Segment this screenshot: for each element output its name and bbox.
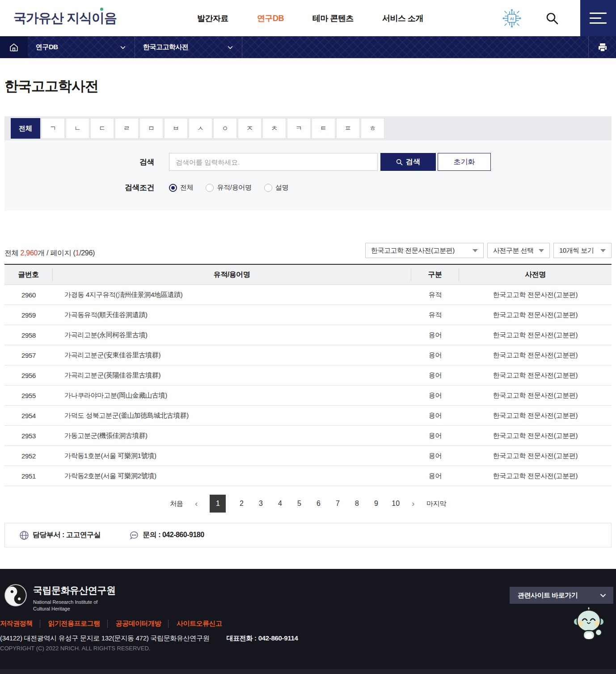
consonant-tab[interactable]: ㅇ (213, 118, 237, 139)
pagination-page[interactable]: 2 (238, 500, 245, 508)
ai-chip-icon: AI (501, 8, 523, 29)
footer-link[interactable]: 사이트오류신고 (168, 619, 222, 628)
pagination-next-icon[interactable]: › (412, 500, 414, 508)
nav-item[interactable]: 테마 콘텐츠 (312, 13, 354, 24)
print-button[interactable] (588, 36, 616, 58)
consonant-tab[interactable]: ㅈ (238, 118, 262, 139)
consonant-tab[interactable]: ㄱ (41, 118, 65, 139)
pagination-page[interactable]: 10 (392, 500, 400, 508)
footer-bottom-strip (0, 669, 616, 674)
pagination-first[interactable]: 처음 (170, 500, 183, 508)
breadcrumb-dropdown-level2[interactable]: 한국고고학사전 (135, 36, 242, 58)
chevron-down-icon (473, 249, 478, 252)
svg-text:AI: AI (510, 17, 514, 21)
ai-search-button[interactable]: AI (501, 7, 523, 30)
condition-radio[interactable]: 전체 (169, 183, 193, 192)
consonant-tab[interactable]: ㅅ (189, 118, 212, 139)
nav-item[interactable]: 서비스 소개 (382, 13, 423, 24)
cell-entry-link[interactable]: 가곡리고분군(安東佳谷里古墳群) (53, 351, 411, 360)
pagination-pages: 12345678910 (210, 495, 400, 513)
pagination-page[interactable]: 8 (353, 500, 360, 508)
table-row: 2953 가동고분군(機張佳洞古墳群) 용어 한국고고학 전문사전(고분편) (4, 426, 612, 446)
chevron-down-icon (228, 46, 233, 49)
pagination-page[interactable]: 4 (276, 500, 283, 508)
hamburger-menu-button[interactable] (580, 0, 616, 36)
consonant-tab[interactable]: ㅌ (312, 118, 335, 139)
cell-entry-link[interactable]: 가경동 4지구유적(淸州佳景洞4地區遺蹟) (53, 291, 411, 299)
chat-icon (129, 530, 139, 540)
menu-icon (590, 13, 607, 14)
nav-item[interactable]: 연구DB (257, 13, 284, 24)
table-row: 2954 가덕도 성북고분군(釜山加德島城北古墳群) 용어 한국고고학 전문사전… (4, 406, 612, 426)
cell-entry-link[interactable]: 가동고분군(機張佳洞古墳群) (53, 432, 411, 440)
consonant-tab[interactable]: ㄴ (66, 118, 89, 139)
cell-type: 용어 (411, 391, 459, 400)
breadcrumb-dropdown-level1[interactable]: 연구DB (28, 36, 135, 58)
consonant-tab[interactable]: ㅁ (139, 118, 163, 139)
related-sites-dropdown[interactable]: 관련사이트 바로가기 (510, 587, 613, 604)
consonant-tab[interactable]: ㅎ (361, 118, 384, 139)
cell-number: 2960 (4, 291, 53, 299)
cell-entry-link[interactable]: 가락동1호분(서울 可樂洞1號墳) (53, 452, 411, 460)
cell-type: 유적 (411, 291, 459, 299)
search-submit-button[interactable]: 검색 (380, 153, 436, 171)
chatbot-mascot-button[interactable] (574, 606, 604, 642)
consonant-tab[interactable]: 전체 (11, 118, 40, 139)
nav-item[interactable]: 발간자료 (197, 13, 228, 24)
cell-entry-link[interactable]: 가덕도 성북고분군(釜山加德島城北古墳群) (53, 411, 411, 420)
main-content: 한국고고학사전 전체ㄱㄴㄷㄹㅁㅂㅅㅇㅈㅊㅋㅌㅍㅎ 검색 검색 초기화 검색조건 (0, 77, 616, 547)
pagination-page[interactable]: 9 (372, 500, 380, 508)
cell-entry-link[interactable]: 가곡리고분(永同柯谷里古墳) (53, 331, 411, 339)
pagination-page[interactable]: 1 (210, 495, 226, 513)
reset-button[interactable]: 초기화 (438, 153, 491, 171)
cell-entry-link[interactable]: 가락동2호분(서울 可樂洞2號墳) (53, 472, 411, 480)
search-label: 검색 (4, 157, 154, 167)
pagination-page[interactable]: 7 (334, 500, 341, 508)
site-logo[interactable]: 국가유산 지식이음 (13, 9, 117, 27)
table-row: 2959 가곡동유적(順天佳谷洞遺蹟) 유적 한국고고학 전문사전(고분편) (4, 305, 612, 325)
table-row: 2957 가곡리고분군(安東佳谷里古墳群) 용어 한국고고학 전문사전(고분편) (4, 345, 612, 365)
consonant-tab[interactable]: ㅂ (164, 118, 188, 139)
globe-icon (19, 530, 29, 540)
table-header-cell: 사전명 (459, 268, 612, 281)
footer-link[interactable]: 공공데이터개방 (107, 619, 161, 628)
table-header-cell: 글번호 (4, 268, 53, 281)
footer-phone: 대표전화 : 042-860-9114 (226, 634, 298, 642)
breadcrumb-home-button[interactable] (0, 36, 28, 58)
cell-entry-link[interactable]: 가곡동유적(順天佳谷洞遺蹟) (53, 311, 411, 319)
condition-radio[interactable]: 설명 (264, 183, 288, 192)
cell-dictionary: 한국고고학 전문사전(고분편) (459, 411, 612, 420)
cell-type: 용어 (411, 411, 459, 420)
header-search-button[interactable] (544, 11, 560, 26)
footer-link[interactable]: 읽기전용프로그램 (40, 619, 100, 628)
consonant-tab[interactable]: ㅊ (262, 118, 286, 139)
cell-type: 유적 (411, 311, 459, 319)
footer-org: 국립문화유산연구원 National Research Institute of… (4, 584, 116, 612)
select-dropdown[interactable]: 한국고고학 전문사전(고분편) (365, 243, 484, 258)
pagination-prev-icon[interactable]: ‹ (195, 500, 198, 508)
consonant-tab[interactable]: ㄹ (115, 118, 139, 139)
select-dropdown[interactable]: 10개씩 보기 (553, 243, 612, 258)
search-input[interactable] (169, 153, 378, 171)
pagination-page[interactable]: 5 (295, 500, 303, 508)
pagination-page[interactable]: 6 (315, 500, 322, 508)
consonant-tab[interactable]: ㅍ (336, 118, 360, 139)
condition-radio-group: 전체 유적/용어명 설명 (169, 183, 288, 192)
cell-dictionary: 한국고고학 전문사전(고분편) (459, 391, 612, 400)
keyword-row: 검색 검색 초기화 (4, 153, 612, 171)
condition-radio[interactable]: 유적/용어명 (206, 183, 251, 192)
footer-link[interactable]: 저작권정책 (0, 619, 33, 628)
cell-entry-link[interactable]: 가나쿠라야마고분(岡山金藏山古墳) (53, 391, 411, 400)
home-icon (9, 42, 19, 52)
table-row: 2960 가경동 4지구유적(淸州佳景洞4地區遺蹟) 유적 한국고고학 전문사전… (4, 285, 612, 305)
total-count: 2,960 (21, 249, 38, 257)
table-row: 2956 가곡리고분군(英陽佳谷里古墳群) 용어 한국고고학 전문사전(고분편) (4, 365, 612, 386)
cell-dictionary: 한국고고학 전문사전(고분편) (459, 371, 612, 380)
pagination-page[interactable]: 3 (257, 500, 264, 508)
consonant-tab[interactable]: ㅋ (287, 118, 311, 139)
pagination-last[interactable]: 마지막 (426, 500, 446, 508)
cell-entry-link[interactable]: 가곡리고분군(英陽佳谷里古墳群) (53, 371, 411, 380)
contact-bar: 담당부서 : 고고연구실 문의 : 042-860-9180 (4, 523, 612, 547)
consonant-tab[interactable]: ㄷ (90, 118, 114, 139)
select-dropdown[interactable]: 사전구분 선택 (487, 243, 550, 258)
